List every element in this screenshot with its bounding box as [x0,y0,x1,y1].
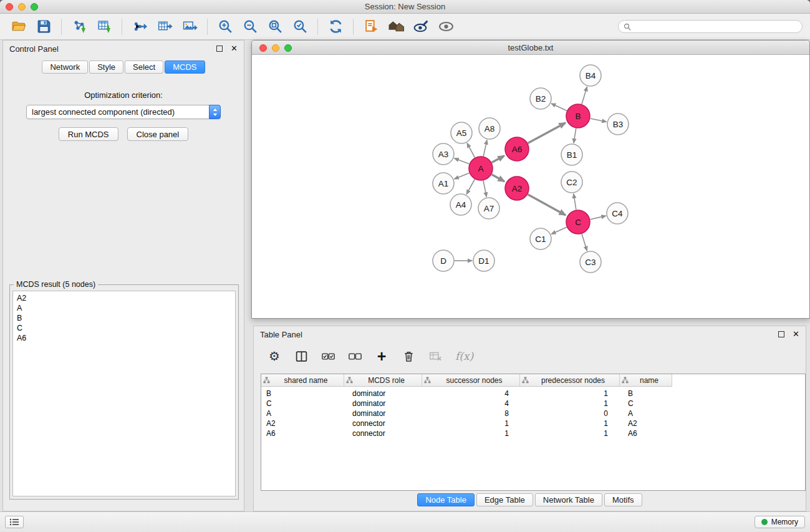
zoom-selected-button[interactable] [289,16,311,37]
tab-mcds[interactable]: MCDS [165,60,205,74]
mcds-result-item[interactable]: B [13,313,235,323]
network-node-B1[interactable]: B1 [561,144,582,165]
float-panel-icon[interactable] [216,46,223,52]
network-window-titlebar[interactable]: testGlobe.txt [252,41,809,55]
network-node-A[interactable]: A [469,157,493,180]
network-node-A5[interactable]: A5 [451,122,472,143]
close-table-panel-icon[interactable]: ✕ [793,331,799,337]
mcds-result-item[interactable]: A2 [13,293,235,303]
tab-network[interactable]: Network [42,60,88,74]
open-session-button[interactable] [8,16,29,37]
network-node-D[interactable]: D [433,250,454,271]
close-panel-button[interactable]: Close panel [127,127,189,141]
network-node-C4[interactable]: C4 [607,203,628,224]
tab-motifs[interactable]: Motifs [604,493,642,506]
column-header-shared-name[interactable]: shared name [261,374,344,387]
network-node-A6[interactable]: A6 [505,137,529,161]
table-row[interactable]: A6connector11A6 [261,428,805,438]
export-table-button[interactable] [154,16,175,37]
network-node-B2[interactable]: B2 [530,88,551,109]
delete-column-button[interactable] [402,350,415,363]
network-node-C2[interactable]: C2 [561,172,582,193]
network-edge[interactable] [582,87,587,104]
network-node-A8[interactable]: A8 [479,118,500,139]
table-row[interactable]: A2connector11A2 [261,418,805,428]
network-node-B4[interactable]: B4 [580,65,601,86]
network-node-A1[interactable]: A1 [433,173,454,194]
network-edge[interactable] [467,143,475,158]
column-header-name[interactable]: name [620,374,672,387]
zoom-out-button[interactable] [239,16,261,37]
network-canvas[interactable]: AA1A2A3A4A5A6A7A8BB1B2B3B4CC1C2C3C4DD1 [252,55,809,318]
home-button[interactable] [385,16,407,37]
close-network-window-button[interactable] [259,44,267,52]
tab-edge-table[interactable]: Edge Table [476,493,533,506]
zoom-window-button[interactable] [31,3,38,11]
network-view[interactable]: AA1A2A3A4A5A6A7A8BB1B2B3B4CC1C2C3C4DD1 [252,55,809,318]
close-panel-icon[interactable]: ✕ [231,46,238,52]
network-edge[interactable] [455,173,470,179]
table-row[interactable]: Cdominator41C [261,399,805,409]
import-network-button[interactable] [69,16,90,37]
run-mcds-button[interactable]: Run MCDS [59,127,118,141]
zoom-network-window-button[interactable] [284,44,292,52]
import-table-button[interactable] [94,16,115,37]
criterion-dropdown[interactable]: largest connected component (directed) [26,105,221,119]
network-node-A7[interactable]: A7 [478,198,499,219]
mcds-result-list[interactable]: A2ABCA6 [12,291,236,496]
tab-node-table[interactable]: Node Table [417,493,475,506]
mcds-result-item[interactable]: A6 [13,333,235,343]
network-edge[interactable] [492,175,504,181]
column-header-successor-nodes[interactable]: successor nodes [422,374,520,387]
export-network-button[interactable] [129,16,150,37]
network-node-C1[interactable]: C1 [530,228,551,249]
float-table-panel-icon[interactable] [778,331,784,337]
delete-table-button[interactable] [428,350,442,363]
birdseye-view-button[interactable] [435,16,456,37]
network-edge[interactable] [582,234,587,251]
column-header-predecessor-nodes[interactable]: predecessor nodes [520,374,620,387]
memory-button[interactable]: Memory [755,516,805,528]
network-edge[interactable] [483,181,486,197]
minimize-network-window-button[interactable] [272,44,279,52]
search-field[interactable] [618,20,803,33]
network-edge[interactable] [455,158,470,164]
network-edge[interactable] [551,227,567,234]
network-node-A2[interactable]: A2 [505,177,529,200]
function-builder-button[interactable]: f(x) [455,350,473,362]
network-node-B[interactable]: B [566,104,590,128]
apply-layout-button[interactable] [325,16,346,37]
network-node-D1[interactable]: D1 [473,250,494,271]
zoom-fit-button[interactable] [264,16,286,37]
select-all-button[interactable] [321,350,335,363]
network-edge[interactable] [528,123,566,143]
network-node-A3[interactable]: A3 [433,143,454,165]
deselect-all-button[interactable] [348,350,362,363]
table-row[interactable]: Adominator80A [261,409,805,418]
network-edge[interactable] [492,156,504,163]
show-panels-button[interactable] [5,516,24,528]
search-input[interactable] [634,22,797,31]
zoom-in-button[interactable] [215,16,236,37]
tab-network-table[interactable]: Network Table [535,493,602,506]
copy-document-button[interactable] [360,16,382,37]
network-node-C[interactable]: C [566,210,590,234]
close-window-button[interactable] [6,3,13,11]
network-edge[interactable] [551,104,567,111]
mcds-result-item[interactable]: C [13,323,235,333]
network-node-B3[interactable]: B3 [607,114,629,135]
save-session-button[interactable] [33,16,54,37]
network-node-A4[interactable]: A4 [450,194,471,215]
tab-style[interactable]: Style [89,60,123,74]
minimize-window-button[interactable] [18,3,26,11]
column-header-mcds-role[interactable]: MCDS role [344,374,422,387]
network-edge[interactable] [591,216,606,220]
tab-select[interactable]: Select [125,60,163,74]
network-edge[interactable] [466,180,475,195]
table-settings-button[interactable]: ⚙ [268,350,281,362]
network-edge[interactable] [574,128,576,143]
app-titlebar[interactable]: Session: New Session [0,0,810,14]
export-image-button[interactable] [179,16,200,37]
mcds-result-item[interactable]: A [13,303,235,313]
network-edge[interactable] [591,118,607,122]
